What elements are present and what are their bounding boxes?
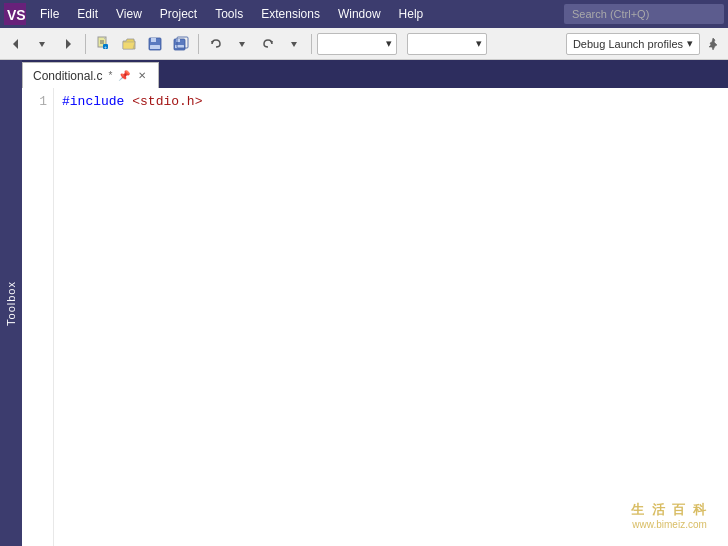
- menu-project[interactable]: Project: [152, 5, 205, 23]
- redo-dropdown-button[interactable]: [282, 32, 306, 56]
- new-project-button[interactable]: +: [91, 32, 115, 56]
- pin-toolbar-button[interactable]: [702, 33, 724, 55]
- svg-text:+: +: [104, 44, 107, 50]
- menu-extensions[interactable]: Extensions: [253, 5, 328, 23]
- new-file-icon: +: [95, 36, 111, 52]
- back-arrow-icon: [9, 37, 23, 51]
- menu-window[interactable]: Window: [330, 5, 389, 23]
- tab-filename: Conditional.c: [33, 69, 102, 83]
- debug-profiles-arrow-icon: ▾: [687, 37, 693, 50]
- config-dropdown[interactable]: ▾: [317, 33, 397, 55]
- stdio-header: <stdio.h>: [132, 92, 202, 112]
- svg-marker-21: [291, 42, 297, 47]
- svg-marker-19: [239, 42, 245, 47]
- pin-icon: [706, 37, 720, 51]
- tab-pin-icon[interactable]: 📌: [118, 70, 130, 81]
- save-all-icon: [173, 36, 189, 52]
- forward-arrow-icon: [61, 37, 75, 51]
- tab-modified-marker: *: [108, 70, 112, 81]
- vs-logo-icon: VS: [4, 3, 26, 25]
- line-numbers: 1: [22, 88, 54, 546]
- menu-tools[interactable]: Tools: [207, 5, 251, 23]
- main-area: Toolbox Conditional.c * 📌 ✕ 1 #include <…: [0, 60, 728, 546]
- code-editor[interactable]: 1 #include <stdio.h>: [22, 88, 728, 546]
- toolbox-panel[interactable]: Toolbox: [0, 60, 22, 546]
- tab-bar: Conditional.c * 📌 ✕: [22, 60, 728, 88]
- save-all-button[interactable]: [169, 32, 193, 56]
- save-file-button[interactable]: [143, 32, 167, 56]
- undo-dropdown-button[interactable]: [230, 32, 254, 56]
- platform-dropdown-arrow: ▾: [476, 37, 482, 50]
- toolbox-label: Toolbox: [5, 281, 17, 326]
- svg-marker-2: [13, 39, 18, 49]
- undo-button[interactable]: [204, 32, 228, 56]
- separator-1: [85, 34, 86, 54]
- svg-marker-3: [39, 42, 45, 47]
- svg-marker-4: [66, 39, 71, 49]
- debug-profiles-button[interactable]: Debug Launch profiles ▾: [566, 33, 700, 55]
- global-search-input[interactable]: [564, 4, 724, 24]
- toolbar: +: [0, 28, 728, 60]
- tab-conditional-c[interactable]: Conditional.c * 📌 ✕: [22, 62, 159, 88]
- undo-icon: [208, 36, 224, 52]
- open-file-icon: [121, 36, 137, 52]
- svg-text:VS: VS: [7, 7, 26, 23]
- config-dropdown-arrow: ▾: [386, 37, 392, 50]
- menu-help[interactable]: Help: [391, 5, 432, 23]
- svg-rect-16: [175, 45, 184, 48]
- menu-bar: VS File Edit View Project Tools Extensio…: [0, 0, 728, 28]
- menu-view[interactable]: View: [108, 5, 150, 23]
- separator-3: [311, 34, 312, 54]
- debug-profiles-label: Debug Launch profiles: [573, 38, 683, 50]
- open-file-button[interactable]: [117, 32, 141, 56]
- back-dropdown-icon: [38, 37, 46, 51]
- nav-forward-button[interactable]: [56, 32, 80, 56]
- code-content[interactable]: #include <stdio.h>: [54, 88, 728, 546]
- include-keyword: #include: [62, 92, 124, 112]
- redo-icon: [260, 36, 276, 52]
- redo-dropdown-icon: [290, 40, 298, 48]
- svg-rect-12: [151, 38, 156, 42]
- code-line-1: #include <stdio.h>: [62, 92, 720, 112]
- nav-back-button[interactable]: [4, 32, 28, 56]
- svg-rect-13: [150, 45, 160, 49]
- menu-edit[interactable]: Edit: [69, 5, 106, 23]
- line-number-1: 1: [28, 92, 47, 112]
- nav-dropdown-button[interactable]: [30, 32, 54, 56]
- menu-file[interactable]: File: [32, 5, 67, 23]
- platform-dropdown[interactable]: ▾: [407, 33, 487, 55]
- editor-area: Conditional.c * 📌 ✕ 1 #include <stdio.h>: [22, 60, 728, 546]
- undo-dropdown-icon: [238, 40, 246, 48]
- separator-2: [198, 34, 199, 54]
- tab-close-button[interactable]: ✕: [136, 69, 148, 82]
- save-file-icon: [147, 36, 163, 52]
- redo-button[interactable]: [256, 32, 280, 56]
